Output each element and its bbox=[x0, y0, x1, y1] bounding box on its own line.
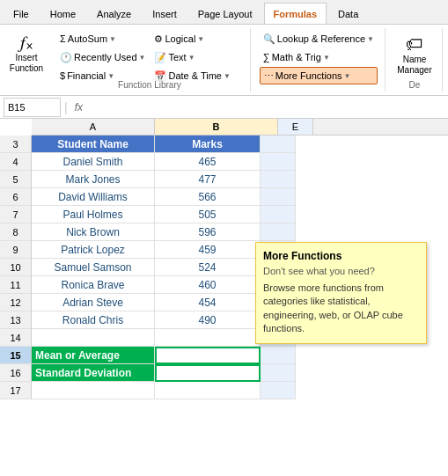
cell-a[interactable]: Mark Jones bbox=[32, 171, 155, 188]
formula-input[interactable] bbox=[90, 101, 444, 114]
date-time-caret: ▼ bbox=[224, 72, 231, 80]
lookup-col: 🔍 Lookup & Reference ▼ ∑ Math & Trig ▼ ⋯… bbox=[260, 30, 378, 84]
ribbon-tabs: File Home Analyze Insert Page Layout For… bbox=[0, 0, 448, 25]
cell-a[interactable]: Samuel Samson bbox=[32, 259, 155, 276]
name-manager-button[interactable]: 🏷 Name Manager bbox=[394, 30, 435, 79]
tab-data[interactable]: Data bbox=[328, 3, 368, 24]
more-functions-tooltip: More Functions Don't see what you need? … bbox=[255, 242, 427, 344]
spreadsheet: A B E 3 Student Name Marks 4 Daniel Smit… bbox=[0, 119, 448, 399]
cell-b[interactable] bbox=[155, 329, 261, 347]
cell-a[interactable] bbox=[32, 329, 155, 347]
formula-bar: B15 | fx bbox=[0, 96, 448, 119]
lookup-icon: 🔍 bbox=[263, 33, 275, 45]
cell-e[interactable] bbox=[261, 153, 296, 171]
cell-b[interactable]: 477 bbox=[155, 171, 261, 188]
tab-home[interactable]: Home bbox=[40, 3, 85, 24]
autosum-button[interactable]: Σ AutoSum ▼ bbox=[56, 30, 149, 48]
col-header-b: B bbox=[155, 119, 278, 135]
cell-a[interactable]: Adrian Steve bbox=[32, 294, 155, 311]
cell-e[interactable] bbox=[261, 364, 296, 382]
cell-a[interactable]: Patrick Lopez bbox=[32, 241, 155, 259]
cell-a[interactable]: Ronald Chris bbox=[32, 311, 155, 329]
cell-a[interactable]: Paul Holmes bbox=[32, 206, 155, 223]
cell-a[interactable]: Student Name bbox=[32, 135, 155, 153]
row-number: 15 bbox=[0, 347, 32, 364]
clock-icon: 🕐 bbox=[60, 52, 72, 63]
tab-insert[interactable]: Insert bbox=[143, 3, 187, 24]
more-functions-button[interactable]: ⋯ More Functions ▼ bbox=[260, 67, 378, 84]
right-col: ⚙ Logical ▼ 📝 Text ▼ 📅 Date & Time ▼ bbox=[151, 30, 233, 84]
cell-b[interactable]: 490 bbox=[155, 311, 261, 329]
name-box[interactable]: B15 bbox=[4, 98, 61, 117]
math-trig-button[interactable]: ∑ Math & Trig ▼ bbox=[260, 48, 378, 66]
row-number: 7 bbox=[0, 206, 32, 223]
cell-e[interactable] bbox=[261, 135, 296, 153]
tab-formulas[interactable]: Formulas bbox=[264, 3, 327, 24]
table-row: 16 Standard Deviation bbox=[0, 364, 448, 382]
cell-b[interactable] bbox=[155, 382, 261, 399]
math-caret: ▼ bbox=[323, 54, 330, 62]
cell-b[interactable]: 505 bbox=[155, 206, 261, 223]
cell-b[interactable]: 460 bbox=[155, 276, 261, 294]
cell-b[interactable]: 454 bbox=[155, 294, 261, 311]
cell-a[interactable] bbox=[32, 382, 155, 399]
cell-a[interactable]: Daniel Smith bbox=[32, 153, 155, 171]
row-number: 14 bbox=[0, 329, 32, 347]
cell-e[interactable] bbox=[261, 347, 296, 364]
table-row: 15 Mean or Average bbox=[0, 347, 448, 364]
cell-a[interactable]: Mean or Average bbox=[32, 347, 155, 364]
cell-a[interactable]: Nick Brown bbox=[32, 223, 155, 241]
table-row: 4 Daniel Smith 465 bbox=[0, 153, 448, 171]
recently-used-button[interactable]: 🕐 Recently Used ▼ bbox=[56, 48, 149, 66]
tooltip-title: More Functions bbox=[263, 250, 419, 262]
cell-a[interactable]: David Williams bbox=[32, 188, 155, 206]
col-header-e: E bbox=[278, 119, 313, 135]
name-manager-icon: 🏷 bbox=[406, 33, 423, 55]
more-caret: ▼ bbox=[344, 72, 351, 80]
cell-a[interactable]: Ronica Brave bbox=[32, 276, 155, 294]
cell-b[interactable]: 465 bbox=[155, 153, 261, 171]
cell-e[interactable] bbox=[261, 223, 296, 241]
text-icon: 📝 bbox=[154, 52, 166, 63]
ribbon: File Home Analyze Insert Page Layout For… bbox=[0, 0, 448, 96]
table-row: 7 Paul Holmes 505 bbox=[0, 206, 448, 223]
row-number: 9 bbox=[0, 241, 32, 259]
row-number: 10 bbox=[0, 259, 32, 276]
table-row: 3 Student Name Marks bbox=[0, 135, 448, 153]
cell-b[interactable]: 459 bbox=[155, 241, 261, 259]
row-number: 13 bbox=[0, 311, 32, 329]
function-library-group: Σ AutoSum ▼ 🕐 Recently Used ▼ $ Financia… bbox=[49, 28, 251, 92]
table-row: 8 Nick Brown 596 bbox=[0, 223, 448, 241]
row-number: 11 bbox=[0, 276, 32, 294]
cell-a[interactable]: Standard Deviation bbox=[32, 364, 155, 382]
logical-button[interactable]: ⚙ Logical ▼ bbox=[151, 30, 233, 48]
cell-e[interactable] bbox=[261, 171, 296, 188]
tab-page-layout[interactable]: Page Layout bbox=[188, 3, 262, 24]
tab-file[interactable]: File bbox=[4, 3, 39, 24]
cell-b[interactable]: 566 bbox=[155, 188, 261, 206]
formula-bar-separator: | bbox=[64, 100, 68, 114]
table-row: 6 David Williams 566 bbox=[0, 188, 448, 206]
cell-b[interactable]: Marks bbox=[155, 135, 261, 153]
insert-function-button[interactable]: 𝑓ₓ Insert Function bbox=[5, 28, 48, 77]
tab-analyze[interactable]: Analyze bbox=[87, 3, 141, 24]
cell-b[interactable] bbox=[155, 364, 261, 382]
text-button[interactable]: 📝 Text ▼ bbox=[151, 48, 233, 66]
cell-b[interactable] bbox=[155, 347, 261, 364]
sigma-icon: Σ bbox=[60, 33, 66, 44]
cell-e[interactable] bbox=[261, 382, 296, 399]
lookup-caret: ▼ bbox=[367, 35, 374, 43]
cell-b[interactable]: 596 bbox=[155, 223, 261, 241]
row-number: 8 bbox=[0, 223, 32, 241]
ribbon-content: 𝑓ₓ Insert Function Σ AutoSum ▼ 🕐 Recentl… bbox=[0, 25, 448, 95]
text-caret: ▼ bbox=[188, 54, 195, 62]
lookup-ref-button[interactable]: 🔍 Lookup & Reference ▼ bbox=[260, 30, 378, 48]
logical-caret: ▼ bbox=[197, 35, 204, 43]
cell-b[interactable]: 524 bbox=[155, 259, 261, 276]
cell-e[interactable] bbox=[261, 188, 296, 206]
cell-e[interactable] bbox=[261, 206, 296, 223]
row-number: 16 bbox=[0, 364, 32, 382]
recently-used-caret: ▼ bbox=[139, 54, 146, 62]
tooltip-body: Browse more functions from categories li… bbox=[263, 282, 419, 336]
fx-label: fx bbox=[75, 101, 83, 114]
